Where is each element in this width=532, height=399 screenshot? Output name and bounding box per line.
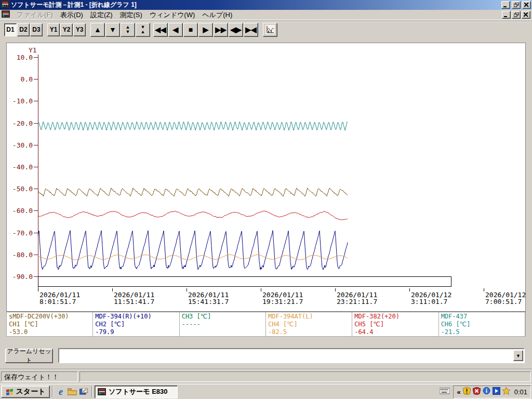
mdi-close-button[interactable] — [522, 11, 530, 19]
channel-value: -53.0 — [9, 328, 90, 336]
folder-icon[interactable] — [67, 387, 77, 397]
legend-cell-ch4: MDF-394AT(L)CH4 [℃]-82.5 — [266, 312, 352, 336]
toolbar: D1D2D3 Y1Y2Y3 ▲▼▲▼▼▲ ◀◀◀■▶▶▶◀▶▶◀ — [0, 21, 532, 38]
channel-value: -82.5 — [268, 328, 350, 336]
window-title: ソフトサーモ計測－計測1 - [折れ線グラフ 1] — [11, 1, 500, 9]
mdi-minimize-button[interactable] — [502, 11, 511, 19]
y-tick-mark — [34, 210, 38, 211]
internet-explorer-icon[interactable]: e — [56, 387, 66, 397]
channel-label: CH5 [℃] — [354, 321, 436, 328]
series-ch6 — [38, 122, 348, 130]
status-message: 保存ウェイト！！ — [1, 371, 78, 382]
toolbar-d1-button[interactable]: D1 — [4, 23, 17, 36]
status-bar: 保存ウェイト！！ — [0, 369, 532, 384]
toolbar-y1-button[interactable]: Y1 — [47, 23, 60, 36]
restore-button[interactable] — [512, 1, 521, 9]
task-button-label: ソフトサーモ E830 — [109, 387, 168, 396]
channel-name: MDF-394AT(L) — [268, 313, 350, 321]
toolbar-shrink-vertical-button[interactable]: ▼▲ — [136, 23, 150, 37]
x-tick-label: 2026/01/11 19:31:21.7 — [262, 291, 303, 305]
mdi-restore-button[interactable] — [512, 11, 521, 19]
security-alert-shield-icon[interactable] — [463, 387, 471, 397]
x-tick-mark — [409, 288, 410, 291]
toolbar-scroll-up-button[interactable]: ▲ — [90, 23, 105, 37]
y-tick-label: -20.0 — [8, 119, 33, 127]
media-play-tray-icon[interactable] — [493, 387, 500, 397]
channel-value: ----- — [182, 321, 263, 328]
status-panel-2 — [79, 371, 531, 382]
toolbar-y2-button[interactable]: Y2 — [60, 23, 73, 36]
channel-legend: sMDF-DC200V(+30)CH1 [℃]-53.0MDF-394(R)(+… — [6, 312, 526, 337]
toolbar-stop-button[interactable]: ■ — [183, 23, 198, 37]
star-tray-icon[interactable] — [502, 387, 510, 397]
y-tick-label: -50.0 — [8, 185, 33, 193]
alarm-combobox[interactable]: ▼ — [58, 348, 525, 363]
series-ch5 — [38, 211, 348, 220]
x-tick-label: 2026/01/11 23:21:11.7 — [337, 291, 377, 305]
legend-cell-ch6: MDF-437CH6 [℃]-21.5 — [439, 312, 525, 336]
keyboard-layout-icon[interactable] — [440, 387, 450, 396]
start-button[interactable]: スタート — [1, 385, 50, 398]
x-tick-mark — [484, 288, 484, 291]
menu-measure[interactable]: 測定(S) — [116, 10, 145, 20]
channel-name: sMDF-DC200V(+30) — [9, 313, 90, 321]
y-tick-label: -90.0 — [8, 273, 33, 281]
x-tick-label: 2026/01/11 15:41:31.7 — [188, 291, 229, 305]
channel-label: CH1 [℃] — [9, 321, 90, 328]
show-desktop-icon[interactable] — [78, 387, 89, 397]
channel-value: -64.4 — [354, 328, 436, 336]
menu-bar: ファイル(F)表示(D)設定(Z)測定(S)ウィンドウ(W)ヘルプ(H) — [0, 10, 532, 20]
y-tick-mark — [34, 276, 38, 277]
toolbar-step-left-button[interactable]: ◀ — [168, 23, 183, 37]
y-tick-mark — [34, 233, 38, 233]
x-tick-mark — [261, 288, 261, 291]
toolbar-shrink-horizontal-button[interactable]: ▶◀ — [244, 23, 258, 37]
toolbar-d3-button[interactable]: D3 — [30, 23, 43, 36]
x-tick-mark — [187, 288, 187, 291]
toolbar-expand-vertical-button[interactable]: ▲▼ — [121, 23, 135, 37]
window-titlebar: ソフトサーモ計測－計測1 - [折れ線グラフ 1] — [0, 0, 532, 10]
time-range-box — [38, 276, 451, 287]
graph-icon — [265, 25, 275, 34]
toolbar-y3-button[interactable]: Y3 — [73, 23, 86, 36]
y-tick-mark — [34, 189, 38, 189]
y-tick-label: 0.0 — [8, 75, 33, 83]
toolbar-scroll-down-button[interactable]: ▼ — [105, 23, 120, 37]
y-tick-label: -40.0 — [8, 163, 33, 171]
y-tick-label: -10.0 — [8, 97, 33, 105]
minimize-button[interactable] — [501, 1, 510, 9]
channel-label: CH4 [℃] — [268, 321, 350, 328]
toolbar-expand-horizontal-button[interactable]: ◀▶ — [229, 23, 243, 37]
y-tick-mark — [34, 79, 38, 79]
security-error-shield-icon[interactable] — [473, 387, 481, 397]
system-tray: « 0:01 — [453, 385, 531, 398]
legend-cell-ch5: MDF-382(+20)CH5 [℃]-64.4 — [352, 312, 438, 336]
menu-view[interactable]: 表示(D) — [57, 10, 87, 20]
toolbar-d2-button[interactable]: D2 — [17, 23, 30, 36]
toolbar-fast-forward-button[interactable]: ▶▶ — [214, 23, 228, 37]
graph-icon-button[interactable] — [263, 23, 277, 37]
toolbar-rewind-button[interactable]: ◀◀ — [153, 23, 168, 37]
mdi-child-icon[interactable] — [2, 10, 10, 20]
info-balloon-icon[interactable] — [483, 387, 490, 397]
toolbar-step-right-button[interactable]: ▶ — [198, 23, 213, 37]
y-tick-mark — [34, 167, 38, 167]
alarm-reset-button[interactable]: アラームリセット — [5, 349, 53, 363]
task-app-icon — [98, 388, 106, 395]
close-button[interactable] — [522, 1, 531, 9]
x-tick-label: 2026/01/11 8:01:51.7 — [39, 291, 80, 305]
menu-setting[interactable]: 設定(Z) — [87, 10, 116, 20]
combo-dropdown-arrow-icon[interactable]: ▼ — [513, 350, 523, 361]
taskbar: スタート e ソフトサーモ E830 « 0:01 — [0, 384, 532, 399]
menu-window[interactable]: ウィンドウ(W) — [146, 10, 198, 20]
channel-value: -79.9 — [95, 328, 177, 336]
y-tick-label: -70.0 — [8, 229, 33, 237]
menu-help[interactable]: ヘルプ(H) — [198, 10, 236, 20]
channel-name: MDF-437 — [441, 313, 523, 321]
windows-logo-icon — [6, 388, 14, 395]
y-tick-mark — [34, 145, 38, 145]
tray-chevron-icon[interactable]: « — [457, 388, 460, 396]
x-tick-label: 2026/01/12 7:00:51.7 — [485, 291, 526, 305]
task-button-softthermo[interactable]: ソフトサーモ E830 — [95, 385, 178, 398]
channel-name: MDF-394(R)(+10) — [95, 313, 177, 321]
